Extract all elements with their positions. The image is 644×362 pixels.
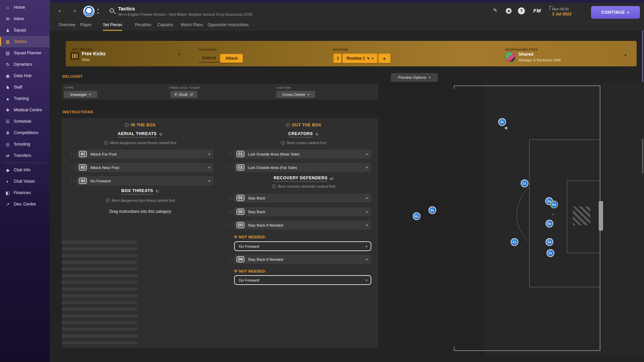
tab-overview[interactable]: Overview bbox=[59, 22, 75, 30]
chevron-down-icon[interactable]: ▾ bbox=[366, 210, 368, 214]
forward-icon[interactable]: › bbox=[74, 7, 76, 14]
d4-if-not-needed-dropdown[interactable]: Go Forward ▾ bbox=[234, 275, 371, 285]
club-switch-arrows[interactable]: ▴▾ bbox=[97, 7, 99, 15]
player-marker-a1[interactable]: A1 bbox=[547, 249, 554, 257]
drag-handle-icon[interactable]: ⋮⋮ bbox=[227, 196, 232, 200]
sidebar-item-transfers[interactable]: ⇄Transfers bbox=[0, 150, 50, 161]
instruction-row-c1[interactable]: ⋮⋮ C1 Lurk Outside Area (Near Side) ▾ bbox=[234, 149, 371, 159]
sidebar-item-squad[interactable]: ♟Squad bbox=[0, 24, 50, 36]
sidebar-item-tactics[interactable]: ▦Tactics bbox=[0, 36, 50, 47]
sidebar-item-schedule[interactable]: ☰Schedule bbox=[0, 116, 50, 127]
attack-button[interactable]: Attack bbox=[220, 54, 243, 63]
back-icon[interactable]: ‹ bbox=[59, 7, 61, 14]
match-ball-icon[interactable] bbox=[505, 7, 512, 14]
instruction-row-d3[interactable]: ⋮⋮ D3 Stay Back If Needed ▾ bbox=[234, 221, 371, 230]
chevron-down-icon[interactable]: ▾ bbox=[366, 196, 368, 200]
instruction-row-a1[interactable]: ⋮⋮ A1 Attack Far Post ▾ bbox=[76, 149, 213, 159]
player-marker-d3[interactable]: D3 bbox=[546, 220, 553, 228]
delivery-type-dropdown[interactable]: Inswinger▾ bbox=[64, 91, 97, 98]
tab-match-plans[interactable]: Match Plans bbox=[181, 22, 203, 30]
set-piece-dropdown-icon[interactable]: ▾ bbox=[178, 52, 180, 57]
sidebar-item-dynamics[interactable]: ↻Dynamics bbox=[0, 59, 50, 70]
routine-number[interactable]: 1 bbox=[333, 54, 341, 63]
sidebar-item-squad-planner[interactable]: ▤Squad Planner bbox=[0, 47, 50, 59]
scenario-label: SCENARIO bbox=[198, 48, 217, 51]
drag-handle-icon[interactable]: ⋮⋮ bbox=[227, 223, 232, 227]
transfers-icon: ⇄ bbox=[5, 153, 11, 158]
sidebar: ⌂Home✉Inbox♟Squad▦Tactics▤Squad Planner↻… bbox=[0, 0, 50, 362]
tab-opposition-instructions[interactable]: Opposition Instructions bbox=[208, 22, 249, 30]
chevron-down-icon[interactable]: ▾ bbox=[366, 258, 368, 261]
free-kick-taker-button[interactable]: P. Groß⇄ bbox=[170, 91, 197, 98]
tab-set-pieces[interactable]: Set Pieces bbox=[103, 22, 122, 31]
box-threats-hint: iMost dangerous box threat ranked first bbox=[106, 198, 175, 202]
aerial-threats-title[interactable]: AERIAL THREATS↻ bbox=[118, 131, 163, 137]
sidebar-item-club-info[interactable]: ◆Club Info bbox=[0, 164, 50, 176]
routine-dropdown[interactable]: Routine 1✎▾ bbox=[342, 54, 377, 63]
search-icon[interactable] bbox=[110, 8, 114, 13]
club-badge[interactable] bbox=[83, 6, 95, 17]
sidebar-item-dev-centre[interactable]: ↗Dev. Centre bbox=[0, 198, 50, 210]
sidebar-item-competitions[interactable]: ♛Competitions bbox=[0, 127, 50, 138]
add-routine-button[interactable]: + bbox=[378, 54, 390, 63]
page-subtitle: 5th in English Premier Division - Next M… bbox=[118, 12, 252, 16]
recovery-defenders-title[interactable]: RECOVERY DEFENDERS⇄ bbox=[274, 176, 334, 182]
continue-button[interactable]: CONTINUE» bbox=[591, 6, 640, 19]
instruction-row-a2[interactable]: ⋮⋮ A2 Attack Near Post ▾ bbox=[76, 163, 213, 172]
player-marker-d1[interactable]: D1 bbox=[429, 206, 436, 214]
chevron-down-icon[interactable]: ▾ bbox=[208, 153, 210, 156]
d3-if-not-needed-dropdown[interactable]: Go Forward ▾ bbox=[234, 241, 371, 251]
sidebar-item-inbox[interactable]: ✉Inbox bbox=[0, 13, 50, 24]
edit-icon[interactable]: ✎ bbox=[493, 7, 497, 13]
drag-handle-icon[interactable]: ⋮⋮ bbox=[227, 257, 232, 261]
player-marker-c2[interactable]: C2 bbox=[511, 238, 519, 246]
tab-penalties[interactable]: Penalties bbox=[135, 22, 151, 30]
tab-captains[interactable]: Captains bbox=[157, 22, 173, 30]
instruction-row-d1[interactable]: ⋮⋮ D1 Stay Back ▾ bbox=[234, 193, 371, 202]
tab-player[interactable]: Player bbox=[80, 22, 92, 30]
player-marker-d4[interactable]: D4 bbox=[550, 201, 558, 208]
page-title: Tactics bbox=[118, 6, 135, 11]
chevron-down-icon[interactable]: ▾ bbox=[366, 153, 368, 156]
date-block[interactable]: Mon 09:00 3 Jul 2023 bbox=[549, 6, 571, 16]
sidebar-item-club-vision[interactable]: ◐Club Vision bbox=[0, 176, 50, 187]
drag-handle-icon[interactable]: ⋮⋮ bbox=[69, 179, 74, 183]
player-marker-tk[interactable]: TK bbox=[498, 118, 506, 126]
instruction-row-d2[interactable]: ⋮⋮ D2 Stay Back ▾ bbox=[234, 207, 371, 216]
list-item bbox=[62, 341, 138, 344]
sidebar-item-training[interactable]: ▲Training bbox=[0, 93, 50, 104]
drag-handle-icon[interactable]: ⋮⋮ bbox=[69, 152, 74, 156]
box-threats-title[interactable]: BOX THREATS↻ bbox=[121, 188, 159, 194]
instruction-row-a3[interactable]: ⋮⋮ A3 Go Forward ▾ bbox=[76, 176, 213, 185]
drag-handle-icon[interactable]: ⋮⋮ bbox=[227, 165, 232, 170]
responsibilities-dropdown-icon[interactable]: ▾ bbox=[625, 53, 627, 57]
drag-handle-icon[interactable]: ⋮⋮ bbox=[69, 165, 74, 170]
help-icon[interactable]: ? bbox=[518, 7, 525, 14]
chevron-down-icon[interactable]: ▾ bbox=[208, 166, 210, 169]
sidebar-item-home[interactable]: ⌂Home bbox=[0, 2, 50, 13]
player-marker-a3[interactable]: A3 bbox=[546, 238, 553, 246]
aerial-threats-hint: iMost dangerous aerial threat ranked fir… bbox=[104, 141, 176, 145]
chevron-down-icon[interactable]: ▾ bbox=[208, 179, 210, 183]
sidebar-item-medical-centre[interactable]: ✚Medical Centre bbox=[0, 104, 50, 116]
sidebar-item-finances[interactable]: ◧Finances bbox=[0, 187, 50, 198]
player-marker-c1[interactable]: C1 bbox=[521, 180, 529, 187]
chevron-down-icon[interactable]: ▾ bbox=[366, 166, 368, 169]
aim-for-dropdown[interactable]: Cross Centre▾ bbox=[276, 91, 315, 98]
sidebar-item-data-hub[interactable]: ◉Data Hub bbox=[0, 70, 50, 81]
instruction-row-d4[interactable]: ⋮⋮ D4 Stay Back If Needed ▾ bbox=[234, 255, 371, 264]
chevron-down-icon[interactable]: ▾ bbox=[366, 224, 368, 227]
preview-options-button[interactable]: Preview Options▾ bbox=[391, 73, 438, 82]
scrollbar-thumb[interactable] bbox=[642, 139, 643, 174]
drag-handle-icon[interactable]: ⋮⋮ bbox=[227, 209, 232, 214]
sidebar-item-staff[interactable]: ♞Staff bbox=[0, 81, 50, 93]
responsibilities-value[interactable]: Shared bbox=[519, 52, 533, 57]
defend-button[interactable]: Defend bbox=[198, 54, 220, 63]
set-piece-type[interactable]: Free Kicks bbox=[82, 51, 106, 56]
drag-handle-icon[interactable]: ⋮⋮ bbox=[227, 152, 232, 156]
player-marker-d2[interactable]: D2 bbox=[413, 213, 421, 220]
row-badge: D2 bbox=[236, 208, 245, 215]
creators-title[interactable]: CREATORS↻ bbox=[288, 131, 319, 137]
instruction-row-c2[interactable]: ⋮⋮ C2 Lurk Outside Area (Far Side) ▾ bbox=[234, 163, 371, 172]
sidebar-item-scouting[interactable]: ◎Scouting bbox=[0, 138, 50, 150]
